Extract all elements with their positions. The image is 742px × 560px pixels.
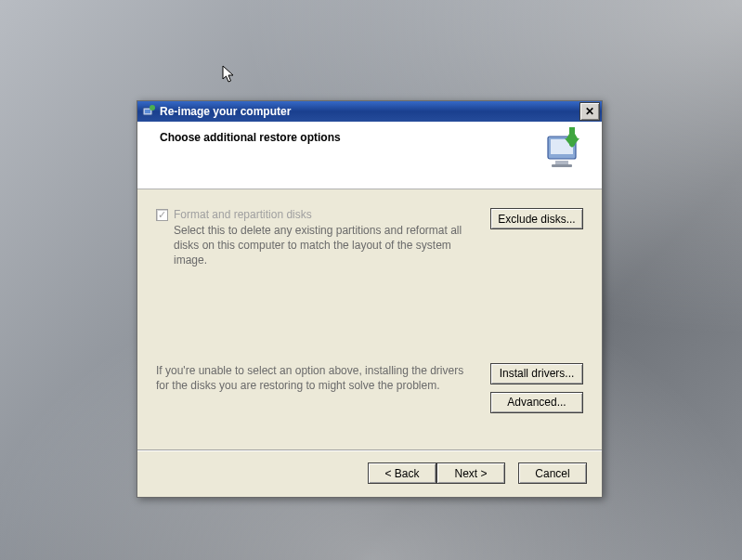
dialog-window: Re-image your computer ✕ Choose addition… [137,100,603,498]
titlebar[interactable]: Re-image your computer ✕ [137,101,602,122]
format-option-row: ✓ Format and repartition disks Select th… [156,208,583,268]
restore-icon [540,127,587,172]
format-description: Select this to delete any existing parti… [156,223,474,268]
wizard-header: Choose additional restore options [137,122,602,189]
driver-hint-text: If you're unable to select an option abo… [156,363,474,393]
back-button[interactable]: < Back [368,462,436,484]
next-button[interactable]: Next > [436,462,505,484]
svg-point-2 [150,105,155,111]
format-checkbox-label: Format and repartition disks [174,208,312,221]
mouse-cursor-icon [222,65,239,85]
exclude-disks-button[interactable]: Exclude disks... [490,208,583,229]
window-title: Re-image your computer [160,105,579,118]
format-checkbox: ✓ [156,209,168,221]
desktop-background: Re-image your computer ✕ Choose addition… [0,0,742,560]
svg-rect-6 [552,164,572,167]
wizard-body: ✓ Format and repartition disks Select th… [137,189,602,449]
svg-rect-1 [145,110,150,113]
close-button[interactable]: ✕ [579,102,600,121]
svg-rect-5 [555,161,568,164]
page-title: Choose additional restore options [160,131,589,144]
app-icon [141,104,156,119]
install-drivers-button[interactable]: Install drivers... [490,363,583,384]
advanced-button[interactable]: Advanced... [490,392,583,413]
cancel-button[interactable]: Cancel [518,462,587,484]
close-icon: ✕ [585,105,594,118]
drivers-row: If you're unable to select an option abo… [156,363,583,413]
wizard-footer: < BackNext > Cancel [137,451,602,497]
